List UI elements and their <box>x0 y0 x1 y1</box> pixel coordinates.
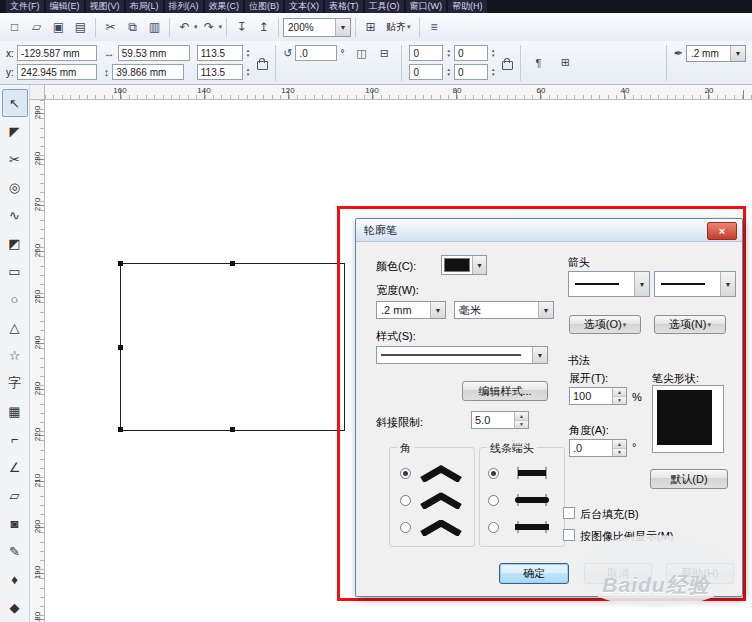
rectangle-tool[interactable]: ▭ <box>2 257 28 285</box>
horizontal-ruler[interactable]: 160 140 120 100 80 60 40 20 <box>45 85 752 100</box>
width-unit-combo[interactable]: 毫米 <box>454 301 554 319</box>
open-icon[interactable]: ▱ <box>26 17 47 38</box>
cut-icon[interactable]: ✂ <box>100 17 121 38</box>
round-corner-radio[interactable] <box>400 495 411 506</box>
link-corners-icon[interactable] <box>502 61 513 70</box>
lock-ratio-icon[interactable] <box>257 61 268 70</box>
corner-radius-spinner[interactable] <box>491 48 495 58</box>
menu-bitmaps[interactable]: 位图(B) <box>245 0 283 13</box>
fill-tool[interactable]: ◆ <box>2 593 28 621</box>
x-position-field[interactable]: -129.587 mm <box>17 45 97 61</box>
scale-y-spinner[interactable] <box>246 67 250 77</box>
angle-spinner[interactable]: .0 <box>569 439 627 457</box>
object-height-field[interactable]: 39.866 mm <box>112 64 184 80</box>
default-button[interactable]: 默认(D) <box>650 469 728 489</box>
zoom-level-combo[interactable]: 200% <box>283 18 351 37</box>
new-icon[interactable]: □ <box>4 17 25 38</box>
edit-style-button[interactable]: 编辑样式... <box>462 381 548 401</box>
scale-x-spinner[interactable] <box>246 48 250 58</box>
menu-tools[interactable]: 工具(O) <box>365 0 404 13</box>
crop-tool[interactable]: ✂ <box>2 145 28 173</box>
redo-dropdown-icon[interactable] <box>219 23 223 31</box>
spin-down-icon[interactable] <box>515 420 528 429</box>
close-icon[interactable] <box>707 222 737 240</box>
selection-handle[interactable] <box>118 427 123 432</box>
menu-file[interactable]: 文件(F) <box>6 0 44 13</box>
launcher-icon[interactable]: ⊞ <box>360 17 381 38</box>
menu-edit[interactable]: 编辑(E) <box>46 0 84 13</box>
selection-handle[interactable] <box>230 427 235 432</box>
smart-fill-tool[interactable]: ◩ <box>2 229 28 257</box>
vertical-ruler[interactable]: 290 280 270 260 250 240 230 220 210 200 … <box>30 100 45 622</box>
outline-width-combo[interactable]: .2 mm <box>686 45 746 62</box>
import-icon[interactable]: ↧ <box>231 17 252 38</box>
y-position-field[interactable]: 242.945 mm <box>17 64 97 80</box>
options-icon[interactable]: ≡ <box>424 17 445 38</box>
polygon-tool[interactable]: △ <box>2 313 28 341</box>
corner-radius-field[interactable]: 0 <box>409 45 443 61</box>
selected-rectangle[interactable] <box>120 263 345 431</box>
eyedropper-tool[interactable]: ✎ <box>2 537 28 565</box>
convert-icon[interactable]: ⊞ <box>555 54 575 72</box>
selection-handle[interactable] <box>118 261 123 266</box>
spin-up-icon[interactable] <box>613 388 626 396</box>
menu-view[interactable]: 视图(V) <box>86 0 124 13</box>
mirror-horizontal-icon[interactable]: ◫ <box>351 44 371 62</box>
redo-icon[interactable]: ↷ <box>199 17 220 38</box>
menu-table[interactable]: 表格(T) <box>325 0 363 13</box>
chevron-down-icon[interactable] <box>538 302 553 318</box>
arrow-end-combo[interactable] <box>654 271 736 297</box>
spin-down-icon[interactable] <box>613 448 626 457</box>
options-start-button[interactable]: 选项(O) <box>569 315 641 334</box>
ellipse-tool[interactable]: ○ <box>2 285 28 313</box>
menu-text[interactable]: 文本(X) <box>285 0 323 13</box>
chevron-down-icon[interactable] <box>532 347 547 363</box>
rotation-angle-field[interactable]: .0 <box>295 45 337 61</box>
print-icon[interactable]: ▤ <box>70 17 91 38</box>
drop-shadow-tool[interactable]: ▱ <box>2 481 28 509</box>
options-end-button[interactable]: 选项(N) <box>654 315 726 334</box>
dialog-titlebar[interactable]: 轮廓笔 <box>356 219 742 242</box>
chevron-down-icon[interactable] <box>634 272 649 296</box>
miter-corner-radio[interactable] <box>400 468 411 479</box>
snap-to-dropdown[interactable]: 贴齐 <box>382 20 415 34</box>
dimension-tool[interactable]: ⌐ <box>2 425 28 453</box>
save-icon[interactable]: ▣ <box>48 17 69 38</box>
ruler-origin[interactable] <box>30 85 45 100</box>
menu-window[interactable]: 窗口(W) <box>406 0 447 13</box>
round-cap-radio[interactable] <box>488 495 499 506</box>
corner-radius-spinner[interactable] <box>446 48 450 58</box>
connector-tool[interactable]: ∠ <box>2 453 28 481</box>
menu-help[interactable]: 帮助(H) <box>448 0 487 13</box>
pick-tool[interactable]: ↖ <box>2 89 28 117</box>
color-combo[interactable] <box>441 255 487 275</box>
mirror-vertical-icon[interactable]: ⊟ <box>374 44 394 62</box>
selection-handle[interactable] <box>118 345 123 350</box>
scale-x-field[interactable]: 113.5 <box>197 45 243 61</box>
chevron-down-icon[interactable] <box>430 302 445 318</box>
basic-shapes-tool[interactable]: ☆ <box>2 341 28 369</box>
text-wrap-icon[interactable]: ¶ <box>528 54 548 72</box>
cancel-button[interactable]: 取消 <box>584 563 652 584</box>
corner-radius-spinner[interactable] <box>491 67 495 77</box>
corner-radius-spinner[interactable] <box>446 67 450 77</box>
menu-effects[interactable]: 效果(C) <box>205 0 244 13</box>
contour-tool[interactable]: ◙ <box>2 509 28 537</box>
scale-y-field[interactable]: 113.5 <box>197 64 243 80</box>
menu-arrange[interactable]: 排列(A) <box>165 0 203 13</box>
paste-icon[interactable]: ▥ <box>144 17 165 38</box>
square-cap-radio[interactable] <box>488 522 499 533</box>
arrow-start-combo[interactable] <box>568 271 650 297</box>
behind-fill-checkbox[interactable] <box>563 507 575 519</box>
help-button[interactable]: 帮助(H) <box>666 563 734 584</box>
chevron-down-icon[interactable] <box>720 272 735 296</box>
menu-layout[interactable]: 布局(L) <box>126 0 163 13</box>
copy-icon[interactable]: ⧉ <box>122 17 143 38</box>
table-tool[interactable]: ▦ <box>2 397 28 425</box>
chevron-down-icon[interactable] <box>730 46 745 61</box>
miter-limit-spinner[interactable]: 5.0 <box>471 411 529 429</box>
outline-pen-tool[interactable]: ♦ <box>2 565 28 593</box>
freehand-tool[interactable]: ∿ <box>2 201 28 229</box>
butt-cap-radio[interactable] <box>488 468 499 479</box>
chevron-down-icon[interactable] <box>335 19 350 36</box>
